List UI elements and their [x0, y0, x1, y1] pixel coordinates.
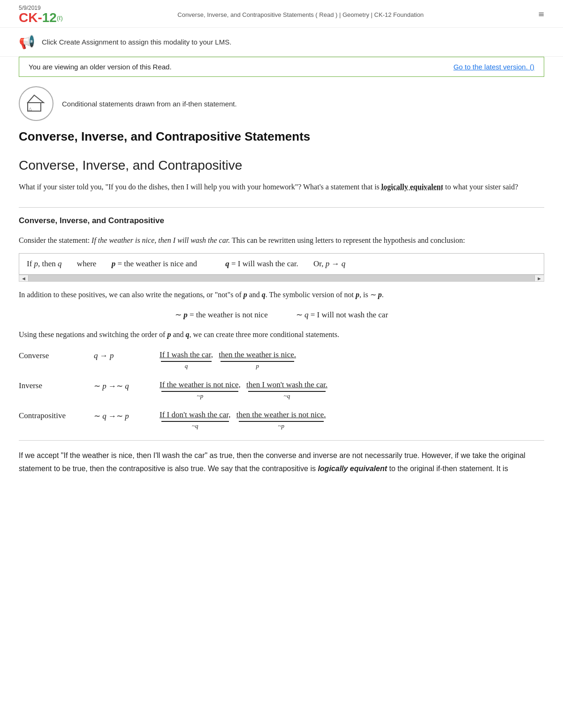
- inverse-part1: If the weather is not nice, ~p: [160, 380, 241, 400]
- section1-intro: What if your sister told you, "If you do…: [19, 180, 544, 193]
- logically-equivalent-term: logically equivalent: [381, 183, 443, 191]
- latest-version-link[interactable]: Go to the latest version. (): [453, 63, 534, 71]
- page-header: 5/9/2019 CK-12(ℓ) Converse, Inverse, and…: [0, 0, 563, 28]
- inverse-row: Inverse ∼ p →∼ q If the weather is not n…: [19, 380, 544, 400]
- announcement-text: Click Create Assignment to assign this m…: [42, 38, 231, 46]
- converse-sub2: p: [256, 362, 259, 370]
- page-title: Converse, Inverse, and Contrapositive St…: [63, 11, 539, 18]
- logo-ck: CK-: [19, 11, 42, 24]
- scrollbar-row[interactable]: ◄ ►: [19, 275, 544, 282]
- contrapositive-formula: ∼ q →∼ p: [94, 410, 150, 421]
- main-title: Converse, Inverse, and Contrapositive St…: [19, 129, 544, 144]
- section1-title: Converse, Inverse, and Contrapositive: [19, 158, 544, 173]
- neg-p-equation: ∼ p = the weather is not nice: [175, 310, 268, 320]
- subject-header: △ Conditional statements drawn from an i…: [19, 86, 544, 121]
- contrapositive-part1: If I don't wash the car, ~q: [160, 410, 231, 430]
- scroll-left-arrow[interactable]: ◄: [19, 276, 28, 281]
- bottom-paragraph: If we accept "If the weather is nice, th…: [19, 440, 544, 475]
- converse-part2: then the weather is nice. p: [219, 350, 296, 370]
- inverse-formula: ∼ p →∼ q: [94, 380, 150, 391]
- logo-area: 5/9/2019 CK-12(ℓ): [19, 5, 63, 24]
- main-content: △ Conditional statements drawn from an i…: [0, 77, 563, 508]
- inverse-part2: then I won't wash the car. ~q: [246, 380, 327, 400]
- statements-table: Converse q → p If I wash the car, q: [19, 350, 544, 430]
- logically-equivalent-bold: logically equivalent: [318, 465, 387, 473]
- contrapositive-sub1: ~q: [192, 422, 198, 430]
- logo[interactable]: CK-12(ℓ): [19, 11, 63, 24]
- switching-para: Using these negations and switching the …: [19, 328, 544, 341]
- version-notice: You are viewing an older version of this…: [19, 57, 544, 77]
- contrapositive-row: Contrapositive ∼ q →∼ p If I don't wash …: [19, 410, 544, 430]
- inverse-label: Inverse: [19, 380, 84, 390]
- hamburger-menu[interactable]: ≡: [539, 8, 544, 21]
- svg-marker-1: [28, 95, 44, 103]
- logo-12: 12: [42, 11, 57, 24]
- neg-q-equation: ∼ q = I will not wash the car: [296, 310, 388, 320]
- megaphone-icon: 📢: [19, 34, 35, 50]
- announcement-bar: 📢 Click Create Assignment to assign this…: [0, 28, 563, 57]
- negation-equations: ∼ p = the weather is not nice ∼ q = I wi…: [19, 310, 544, 320]
- converse-sentence: If I wash the car, q then the weather is…: [160, 350, 544, 370]
- negation-intro-para: In addition to these positives, we can a…: [19, 288, 544, 301]
- inverse-sub2: ~q: [284, 392, 290, 400]
- contrapositive-sub2: ~p: [278, 422, 284, 430]
- section2-title: Converse, Inverse, and Contrapositive: [19, 207, 544, 228]
- converse-sub1: q: [185, 362, 188, 370]
- subject-description: Conditional statements drawn from an if-…: [62, 100, 237, 108]
- contrapositive-part2: then the weather is not nice. ~p: [236, 410, 326, 430]
- logo-sup: (ℓ): [57, 15, 63, 21]
- scroll-container[interactable]: If p, then q where p = the weather is ni…: [19, 253, 544, 275]
- converse-formula: q → p: [94, 350, 150, 360]
- contrapositive-label: Contrapositive: [19, 410, 84, 420]
- version-notice-text: You are viewing an older version of this…: [29, 63, 172, 71]
- inverse-sentence: If the weather is not nice, ~p then I wo…: [160, 380, 544, 400]
- converse-row: Converse q → p If I wash the car, q: [19, 350, 544, 370]
- subject-icon: △: [19, 86, 53, 121]
- scroll-right-arrow[interactable]: ►: [535, 276, 544, 281]
- example-statement: If the weather is nice, then I will wash…: [91, 236, 230, 244]
- converse-part1: If I wash the car, q: [160, 350, 213, 370]
- inverse-sub1: ~p: [197, 392, 204, 400]
- svg-text:△: △: [29, 106, 32, 111]
- geometry-icon: △: [26, 93, 46, 114]
- scrollbar-track[interactable]: [28, 275, 535, 281]
- converse-label: Converse: [19, 350, 84, 360]
- section1: Converse, Inverse, and Contrapositive Wh…: [19, 158, 544, 193]
- scroll-content: If p, then q where p = the weather is ni…: [19, 254, 544, 274]
- contrapositive-sentence: If I don't wash the car, ~q then the wea…: [160, 410, 544, 430]
- section2-para1: Consider the statement: If the weather i…: [19, 234, 544, 247]
- section2: Converse, Inverse, and Contrapositive Co…: [19, 207, 544, 475]
